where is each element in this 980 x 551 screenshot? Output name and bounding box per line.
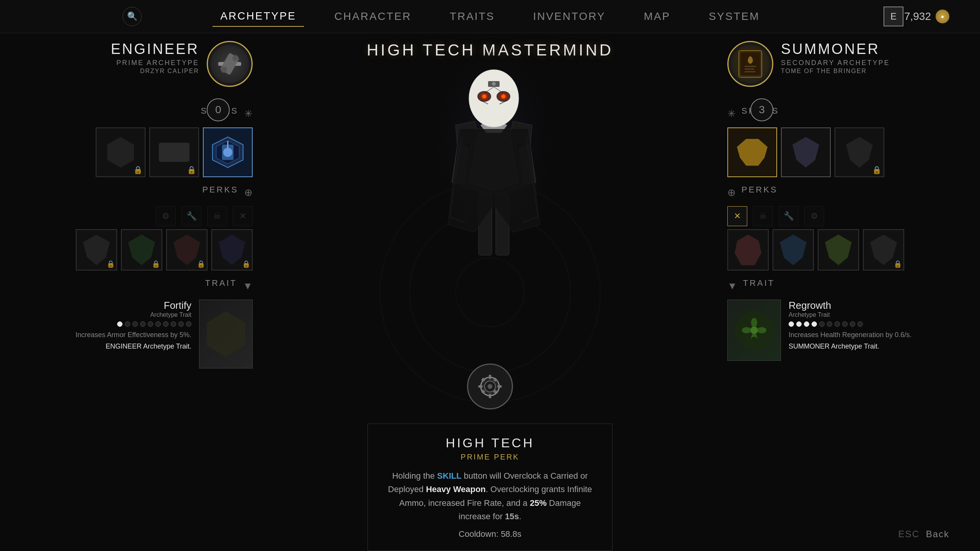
- summoner-perk-icons: ✕ ☠ 🔧 ⚙: [727, 206, 949, 226]
- summoner-perk-icon-3: 🔧: [779, 206, 799, 226]
- engineer-perk-slot-3[interactable]: [166, 229, 207, 271]
- summoner-perk-slot-1[interactable]: [727, 229, 769, 271]
- engineer-perk-icon-1: ⚙: [156, 206, 176, 226]
- nav-archetype[interactable]: ARCHETYPE: [212, 6, 304, 27]
- engineer-perks-deco: ⊕: [244, 187, 253, 199]
- skill-monster-icon: [737, 139, 768, 166]
- sum-trait-dot-2: [796, 321, 802, 327]
- nav-inventory[interactable]: INVENTORY: [525, 7, 613, 26]
- summoner-trait-art: [735, 311, 773, 349]
- engineer-perks-label: PERKS: [202, 185, 238, 195]
- trait-dot-8: [171, 321, 176, 327]
- skill-ghost-icon: [107, 137, 134, 168]
- engineer-skill-1[interactable]: [96, 127, 145, 177]
- sum-trait-dot-7: [835, 321, 840, 327]
- summoner-trait-image[interactable]: [727, 300, 781, 361]
- engineer-trait-info: Fortify Archetype Trait Increases Armor …: [75, 300, 191, 350]
- nav-traits[interactable]: TRAITS: [442, 7, 503, 26]
- svg-rect-41: [745, 68, 754, 70]
- perk-art-2: [128, 235, 155, 265]
- tooltip-title: HIGH TECH: [383, 435, 597, 450]
- engineer-perk-slot-2[interactable]: [121, 229, 162, 271]
- summoner-source-highlight: SUMMONER: [789, 342, 830, 350]
- engineer-tool-icon: [216, 51, 243, 77]
- summoner-skills-deco: ✳: [727, 108, 736, 120]
- summoner-perk-slot-3[interactable]: [818, 229, 859, 271]
- engineer-portrait[interactable]: [207, 41, 253, 87]
- summoner-tome-icon: [731, 45, 769, 83]
- trait-dot-3: [132, 321, 138, 327]
- summoner-trait-header: ▼ TRAIT: [727, 278, 949, 294]
- summoner-perk-slot-2[interactable]: [773, 229, 814, 271]
- engineer-perk-icon-2: 🔧: [181, 206, 201, 226]
- svg-point-21: [482, 95, 486, 98]
- summoner-trait-name: Regrowth: [789, 300, 949, 311]
- currency-display: 7,932 ●: [904, 10, 949, 23]
- summoner-trait-label: TRAIT: [743, 278, 775, 288]
- engineer-trait-image[interactable]: [199, 300, 253, 368]
- sum-trait-dot-10: [858, 321, 863, 327]
- summoner-perk-icon-4: ⚙: [804, 206, 824, 226]
- tooltip-cooldown-value: 58.8s: [501, 529, 521, 539]
- skill-gun-icon: [159, 143, 189, 162]
- tooltip-weapon-highlight: Heavy Weapon: [426, 484, 486, 494]
- engineer-trait-type: Archetype Trait: [75, 311, 191, 318]
- esc-key-label: ESC: [898, 529, 920, 539]
- nav-system[interactable]: SYSTEM: [701, 7, 767, 26]
- perk-art-4: [219, 235, 245, 265]
- summoner-skill-3[interactable]: [835, 127, 884, 177]
- trait-dot-2: [125, 321, 130, 327]
- tooltip-time: 15s: [505, 512, 519, 521]
- svg-point-16: [469, 70, 519, 127]
- summoner-source-text: Archetype Trait.: [831, 342, 879, 350]
- svg-point-46: [742, 327, 751, 333]
- summoner-perks-section: ✕ ☠ 🔧 ⚙: [727, 206, 949, 271]
- summoner-skill-1[interactable]: [727, 127, 777, 177]
- tooltip-description: Holding the SKILL button will Overclock …: [383, 469, 597, 523]
- summoner-perk-icon-1: ✕: [727, 206, 747, 226]
- engineer-skill-2[interactable]: [149, 127, 199, 177]
- summoner-perks-deco: ⊕: [727, 187, 736, 199]
- summoner-skill-2[interactable]: [781, 127, 831, 177]
- trait-dot-5: [148, 321, 153, 327]
- gear-svg-icon: [475, 371, 505, 402]
- engineer-perk-slots: [31, 229, 253, 271]
- engineer-perk-slot-4[interactable]: [211, 229, 253, 271]
- engineer-skills-deco: ✳: [244, 108, 253, 120]
- engineer-skill-3[interactable]: [203, 127, 253, 177]
- summoner-perk-art-2: [780, 235, 807, 265]
- summoner-trait-content: Regrowth Archetype Trait Increases Healt…: [727, 300, 949, 361]
- engineer-info: ENGINEER PRIME ARCHETYPE DRZYR CALIPER: [31, 41, 199, 75]
- engineer-source-highlight: ENGINEER: [106, 342, 142, 350]
- svg-rect-29: [489, 394, 491, 398]
- engineer-header: ENGINEER PRIME ARCHETYPE DRZYR CALIPER: [31, 41, 253, 87]
- summoner-name: SUMMONER: [781, 41, 949, 57]
- e-hotkey-button[interactable]: E: [884, 7, 903, 26]
- trait-dot-7: [163, 321, 168, 327]
- tooltip-desc-end: .: [519, 512, 521, 521]
- trait-dot-1: [117, 321, 122, 327]
- engineer-skills-row: [31, 127, 253, 177]
- svg-rect-28: [489, 375, 491, 379]
- summoner-trait-type: Archetype Trait: [789, 311, 949, 318]
- svg-point-22: [501, 95, 505, 98]
- tooltip-skill-highlight: SKILL: [437, 471, 462, 481]
- sum-trait-dot-6: [827, 321, 832, 327]
- search-button[interactable]: 🔍: [122, 7, 142, 26]
- summoner-perk-slot-4[interactable]: [863, 229, 904, 271]
- currency-amount: 7,932: [904, 10, 931, 23]
- svg-point-47: [757, 327, 766, 333]
- tooltip-pct-highlight: 25%: [530, 498, 547, 508]
- summoner-panel: SUMMONER SECONDARY ARCHETYPE TOME OF THE…: [727, 33, 949, 551]
- summoner-perk-icon-2: ☠: [753, 206, 773, 226]
- svg-rect-31: [497, 385, 501, 388]
- summoner-portrait[interactable]: [727, 41, 773, 87]
- back-label: Back: [926, 529, 949, 539]
- perk-art-3: [173, 235, 200, 265]
- engineer-panel: ENGINEER PRIME ARCHETYPE DRZYR CALIPER 0: [31, 33, 253, 551]
- engineer-perk-slot-1[interactable]: [76, 229, 117, 271]
- escape-back[interactable]: ESC Back: [898, 529, 949, 540]
- nav-map[interactable]: MAP: [636, 7, 678, 26]
- nav-character[interactable]: CHARACTER: [327, 7, 419, 26]
- search-icon: 🔍: [127, 11, 137, 21]
